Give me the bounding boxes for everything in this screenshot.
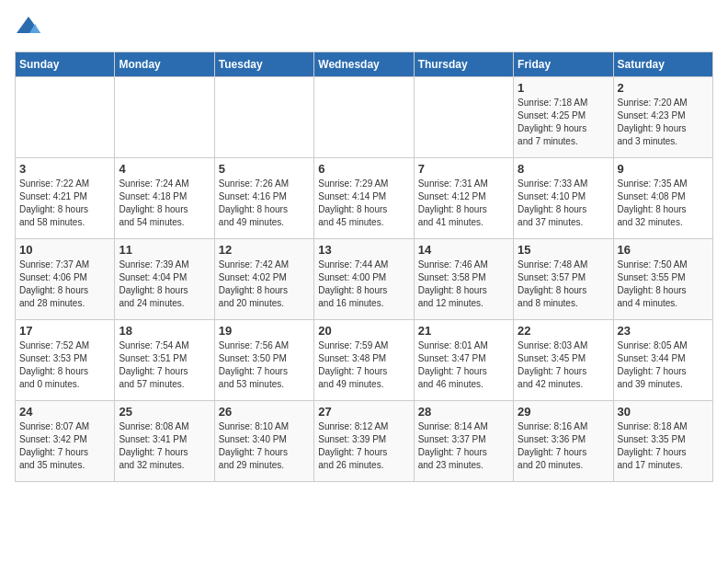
day-info: Sunrise: 7:52 AM Sunset: 3:53 PM Dayligh… xyxy=(19,339,110,391)
calendar-cell: 24Sunrise: 8:07 AM Sunset: 3:42 PM Dayli… xyxy=(16,401,115,482)
header-tuesday: Tuesday xyxy=(214,52,313,77)
day-info: Sunrise: 8:05 AM Sunset: 3:44 PM Dayligh… xyxy=(618,339,709,391)
day-info: Sunrise: 8:03 AM Sunset: 3:45 PM Dayligh… xyxy=(518,339,609,391)
calendar-cell xyxy=(16,77,115,158)
day-info: Sunrise: 8:16 AM Sunset: 3:36 PM Dayligh… xyxy=(518,420,609,472)
day-number: 22 xyxy=(518,324,609,338)
day-number: 13 xyxy=(318,243,409,257)
calendar-cell: 20Sunrise: 7:59 AM Sunset: 3:48 PM Dayli… xyxy=(314,320,414,401)
day-info: Sunrise: 7:37 AM Sunset: 4:06 PM Dayligh… xyxy=(19,259,110,310)
day-number: 6 xyxy=(318,162,409,176)
day-info: Sunrise: 7:24 AM Sunset: 4:18 PM Dayligh… xyxy=(119,178,210,229)
day-info: Sunrise: 7:56 AM Sunset: 3:50 PM Dayligh… xyxy=(219,339,310,391)
calendar-cell: 6Sunrise: 7:29 AM Sunset: 4:14 PM Daylig… xyxy=(314,158,414,239)
calendar-cell xyxy=(115,77,214,158)
calendar-cell: 12Sunrise: 7:42 AM Sunset: 4:02 PM Dayli… xyxy=(214,239,313,320)
day-info: Sunrise: 7:29 AM Sunset: 4:14 PM Dayligh… xyxy=(318,178,409,229)
day-info: Sunrise: 8:18 AM Sunset: 3:35 PM Dayligh… xyxy=(618,420,709,472)
calendar-cell: 16Sunrise: 7:50 AM Sunset: 3:55 PM Dayli… xyxy=(613,239,712,320)
header-row: SundayMondayTuesdayWednesdayThursdayFrid… xyxy=(16,52,713,77)
day-info: Sunrise: 7:48 AM Sunset: 3:57 PM Dayligh… xyxy=(518,259,609,310)
day-number: 27 xyxy=(318,405,409,419)
day-info: Sunrise: 8:07 AM Sunset: 3:42 PM Dayligh… xyxy=(19,420,110,472)
day-number: 12 xyxy=(219,243,310,257)
day-number: 4 xyxy=(119,162,210,176)
calendar-cell: 4Sunrise: 7:24 AM Sunset: 4:18 PM Daylig… xyxy=(115,158,214,239)
day-info: Sunrise: 7:26 AM Sunset: 4:16 PM Dayligh… xyxy=(219,178,310,229)
day-number: 10 xyxy=(19,243,110,257)
day-number: 24 xyxy=(19,405,110,419)
day-number: 23 xyxy=(618,324,709,338)
day-number: 20 xyxy=(318,324,409,338)
day-info: Sunrise: 7:59 AM Sunset: 3:48 PM Dayligh… xyxy=(318,339,409,391)
header-saturday: Saturday xyxy=(613,52,712,77)
calendar-cell: 22Sunrise: 8:03 AM Sunset: 3:45 PM Dayli… xyxy=(514,320,613,401)
header-sunday: Sunday xyxy=(16,52,115,77)
day-number: 3 xyxy=(19,162,110,176)
calendar-cell: 11Sunrise: 7:39 AM Sunset: 4:04 PM Dayli… xyxy=(115,239,214,320)
day-number: 16 xyxy=(618,243,709,257)
day-number: 11 xyxy=(119,243,210,257)
logo-icon xyxy=(15,15,42,42)
day-info: Sunrise: 8:10 AM Sunset: 3:40 PM Dayligh… xyxy=(219,420,310,472)
header-friday: Friday xyxy=(514,52,613,77)
calendar-cell: 9Sunrise: 7:35 AM Sunset: 4:08 PM Daylig… xyxy=(613,158,712,239)
calendar-cell: 21Sunrise: 8:01 AM Sunset: 3:47 PM Dayli… xyxy=(414,320,513,401)
week-row-4: 24Sunrise: 8:07 AM Sunset: 3:42 PM Dayli… xyxy=(16,401,713,482)
day-number: 21 xyxy=(418,324,509,338)
day-number: 9 xyxy=(618,162,709,176)
day-number: 1 xyxy=(518,81,609,95)
day-info: Sunrise: 8:08 AM Sunset: 3:41 PM Dayligh… xyxy=(119,420,210,472)
header-wednesday: Wednesday xyxy=(314,52,414,77)
day-info: Sunrise: 7:35 AM Sunset: 4:08 PM Dayligh… xyxy=(618,178,709,229)
day-number: 8 xyxy=(518,162,609,176)
calendar-cell: 10Sunrise: 7:37 AM Sunset: 4:06 PM Dayli… xyxy=(16,239,115,320)
day-info: Sunrise: 7:54 AM Sunset: 3:51 PM Dayligh… xyxy=(119,339,210,391)
day-number: 26 xyxy=(219,405,310,419)
day-info: Sunrise: 7:20 AM Sunset: 4:23 PM Dayligh… xyxy=(618,97,709,148)
day-info: Sunrise: 7:39 AM Sunset: 4:04 PM Dayligh… xyxy=(119,259,210,310)
day-info: Sunrise: 7:33 AM Sunset: 4:10 PM Dayligh… xyxy=(518,178,609,229)
week-row-1: 3Sunrise: 7:22 AM Sunset: 4:21 PM Daylig… xyxy=(16,158,713,239)
calendar-cell: 27Sunrise: 8:12 AM Sunset: 3:39 PM Dayli… xyxy=(314,401,414,482)
calendar-cell: 14Sunrise: 7:46 AM Sunset: 3:58 PM Dayli… xyxy=(414,239,513,320)
day-info: Sunrise: 7:46 AM Sunset: 3:58 PM Dayligh… xyxy=(418,259,509,310)
page-header xyxy=(15,15,713,42)
day-info: Sunrise: 7:42 AM Sunset: 4:02 PM Dayligh… xyxy=(219,259,310,310)
day-info: Sunrise: 7:50 AM Sunset: 3:55 PM Dayligh… xyxy=(618,259,709,310)
day-number: 5 xyxy=(219,162,310,176)
calendar-cell xyxy=(314,77,414,158)
calendar-cell xyxy=(214,77,313,158)
day-info: Sunrise: 8:01 AM Sunset: 3:47 PM Dayligh… xyxy=(418,339,509,391)
header-monday: Monday xyxy=(115,52,214,77)
week-row-3: 17Sunrise: 7:52 AM Sunset: 3:53 PM Dayli… xyxy=(16,320,713,401)
calendar-cell: 13Sunrise: 7:44 AM Sunset: 4:00 PM Dayli… xyxy=(314,239,414,320)
day-number: 18 xyxy=(119,324,210,338)
calendar-cell: 5Sunrise: 7:26 AM Sunset: 4:16 PM Daylig… xyxy=(214,158,313,239)
day-number: 29 xyxy=(518,405,609,419)
header-thursday: Thursday xyxy=(414,52,513,77)
calendar-cell: 25Sunrise: 8:08 AM Sunset: 3:41 PM Dayli… xyxy=(115,401,214,482)
week-row-0: 1Sunrise: 7:18 AM Sunset: 4:25 PM Daylig… xyxy=(16,77,713,158)
day-info: Sunrise: 7:44 AM Sunset: 4:00 PM Dayligh… xyxy=(318,259,409,310)
calendar-cell: 2Sunrise: 7:20 AM Sunset: 4:23 PM Daylig… xyxy=(613,77,712,158)
calendar-cell xyxy=(414,77,513,158)
day-number: 19 xyxy=(219,324,310,338)
calendar-cell: 19Sunrise: 7:56 AM Sunset: 3:50 PM Dayli… xyxy=(214,320,313,401)
day-number: 17 xyxy=(19,324,110,338)
calendar-cell: 17Sunrise: 7:52 AM Sunset: 3:53 PM Dayli… xyxy=(16,320,115,401)
calendar-cell: 8Sunrise: 7:33 AM Sunset: 4:10 PM Daylig… xyxy=(514,158,613,239)
calendar-header: SundayMondayTuesdayWednesdayThursdayFrid… xyxy=(16,52,713,77)
calendar-cell: 7Sunrise: 7:31 AM Sunset: 4:12 PM Daylig… xyxy=(414,158,513,239)
calendar-cell: 29Sunrise: 8:16 AM Sunset: 3:36 PM Dayli… xyxy=(514,401,613,482)
calendar-body: 1Sunrise: 7:18 AM Sunset: 4:25 PM Daylig… xyxy=(16,77,713,482)
day-info: Sunrise: 7:22 AM Sunset: 4:21 PM Dayligh… xyxy=(19,178,110,229)
logo xyxy=(15,15,46,42)
calendar-cell: 28Sunrise: 8:14 AM Sunset: 3:37 PM Dayli… xyxy=(414,401,513,482)
day-number: 15 xyxy=(518,243,609,257)
calendar-cell: 23Sunrise: 8:05 AM Sunset: 3:44 PM Dayli… xyxy=(613,320,712,401)
calendar-cell: 18Sunrise: 7:54 AM Sunset: 3:51 PM Dayli… xyxy=(115,320,214,401)
calendar-cell: 30Sunrise: 8:18 AM Sunset: 3:35 PM Dayli… xyxy=(613,401,712,482)
calendar-cell: 3Sunrise: 7:22 AM Sunset: 4:21 PM Daylig… xyxy=(16,158,115,239)
calendar-table: SundayMondayTuesdayWednesdayThursdayFrid… xyxy=(15,52,713,482)
